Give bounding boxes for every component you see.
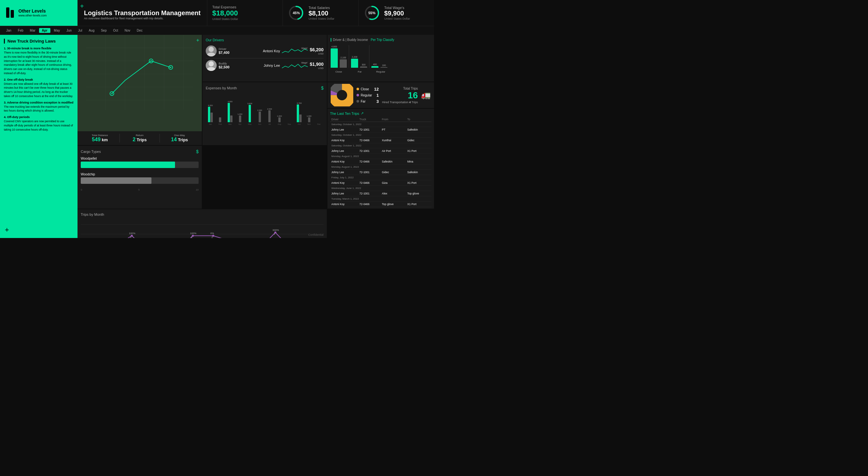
table-row: Antoni Koy 72-0466 Safeskin Mina xyxy=(330,159,431,165)
month-feb[interactable]: Feb xyxy=(15,28,26,33)
page-title: Logistics Transportation Management xyxy=(84,9,200,17)
driver-1-chart: Wage's xyxy=(282,46,308,56)
table-row: Tuesday, March 1, 2022 xyxy=(330,196,431,202)
kpi-wages: 55% Total Wage's $9,900 United States Do… xyxy=(359,0,434,26)
month-may[interactable]: May xyxy=(51,28,63,33)
map-plus-button[interactable]: + xyxy=(196,37,199,43)
page-subtitle: An overview dashboard for fleet manageme… xyxy=(84,17,200,20)
brand-url: www.other-levels.com xyxy=(19,14,47,18)
svg-text:Wage's: Wage's xyxy=(301,47,308,50)
table-row: Monday, August 1, 2022 xyxy=(330,154,431,159)
month-nov[interactable]: Nov xyxy=(122,28,133,33)
plus-icon[interactable]: + xyxy=(80,3,84,10)
svg-point-9 xyxy=(209,61,214,66)
svg-point-27 xyxy=(170,67,172,68)
brand-name: Other Levels xyxy=(19,8,47,14)
svg-text:2: 2 xyxy=(212,236,213,238)
svg-text:100%: 100% xyxy=(129,232,135,235)
sidebar-title: New Truck Driving Laws xyxy=(4,39,73,43)
driver-row-1: Driver $7,400 Antoni Koy Wage's $6,200 U… xyxy=(206,44,323,58)
expenses-panel: Expenses by Month $ 3,200 Jan xyxy=(203,82,327,145)
svg-point-83 xyxy=(337,90,347,100)
table-row: Wednesday, June 1, 2022 xyxy=(330,186,431,191)
map-panel: + xyxy=(78,35,202,145)
drivers-panel: Our Drivers Driver $7,400 Antoni Koy Wag… xyxy=(203,35,327,81)
month-dec[interactable]: Dec xyxy=(134,28,146,33)
driver-2-avatar xyxy=(206,60,217,71)
trips-title: Trips by Month xyxy=(81,212,323,216)
svg-text:300%: 300% xyxy=(273,229,279,232)
month-aug[interactable]: Aug xyxy=(86,28,97,33)
table-row: Saturday, October 1, 2022 xyxy=(330,143,431,148)
table-row: Tuesday, March 1, 2022 xyxy=(330,207,431,209)
driver-1-avatar xyxy=(206,45,217,57)
table-row: Johny Lee 72-1001 Alex Top glove xyxy=(330,191,431,196)
table-row: Antoni Koy 72-0466 Giza X1 Port xyxy=(330,180,431,186)
svg-point-25 xyxy=(151,60,152,62)
sidebar-section-4: 4. Off-duty periods Covered CMV operator… xyxy=(4,115,73,132)
logo-icon xyxy=(5,7,15,19)
month-jul[interactable]: Jul xyxy=(75,28,85,33)
svg-rect-0 xyxy=(6,7,9,18)
expenses-title: Expenses by Month xyxy=(206,86,237,90)
svg-point-6 xyxy=(209,47,214,52)
table-row: Antoni Koy 72-0466 Top glove X1 Port xyxy=(330,202,431,207)
circle-stats-panel: Close 12 Regular 1 Far 3 xyxy=(328,82,434,108)
table-row: Johny Lee 72-1001 PT Safeskin xyxy=(330,127,431,133)
driver-2-name: Johny Lee xyxy=(264,64,280,67)
income-panel: Driver & | Buddy Income Per Trip Classif… xyxy=(328,35,434,81)
month-oct[interactable]: Oct xyxy=(110,28,121,33)
driver-2-chart: Wage's xyxy=(282,61,308,70)
drivers-title: Our Drivers xyxy=(206,38,323,42)
income-subtitle: Per Trip Classify xyxy=(371,38,394,42)
income-title-bar: Driver & | Buddy Income xyxy=(331,38,368,42)
table-row: Monday, August 1, 2022 xyxy=(330,165,431,170)
last-trips-title: The Last Ten Trips xyxy=(330,111,359,115)
month-nav: Jan Feb Mar Apr May Jun Jul Aug Sep Oct … xyxy=(0,26,434,35)
truck-icon: 🚛 xyxy=(421,91,431,100)
table-row: Saturday, October 1, 2022 xyxy=(330,122,431,127)
last-trips-link-icon[interactable]: ↗ xyxy=(361,111,364,115)
table-row: Johny Lee 72-1001 Air Port X1 Port xyxy=(330,148,431,154)
svg-text:100%: 100% xyxy=(190,232,196,235)
driver-row-2: Buddy $2,500 Johny Lee Wage's $1,900 USD xyxy=(206,58,323,73)
month-jun[interactable]: Jun xyxy=(64,28,74,33)
last-trips-panel: The Last Ten Trips ↗ Driver Truck From T… xyxy=(328,109,434,209)
svg-text:4: 4 xyxy=(130,236,131,238)
logo-area: Other Levels www.other-levels.com xyxy=(0,0,78,26)
svg-point-10 xyxy=(207,67,215,71)
sidebar-plus-button[interactable]: + xyxy=(5,226,9,234)
table-row: Friday, July 1, 2022 xyxy=(330,175,431,180)
month-apr[interactable]: Apr xyxy=(39,28,51,33)
cargo-title: Cargo Types xyxy=(81,150,196,154)
svg-point-7 xyxy=(207,53,215,57)
sidebar-section-2: 2. One off-duty break Drivers are now al… xyxy=(4,78,73,98)
svg-point-23 xyxy=(112,93,113,94)
driver-1-name: Antoni Koy xyxy=(263,49,280,53)
table-row: Saturday, October 1, 2022 xyxy=(330,133,431,138)
svg-text:Wage's: Wage's xyxy=(301,62,308,64)
table-row: Antoni Koy 72-0466 Xunthai Gidec xyxy=(330,138,431,143)
sidebar: New Truck Driving Laws 1. 30-minute brea… xyxy=(0,35,78,238)
sidebar-section-1: 1. 30-minute break is more flexible Ther… xyxy=(4,47,73,75)
trips-panel: Trips by Month xyxy=(78,209,327,238)
cargo-panel: Cargo Types $ Woodpellet Woodchip xyxy=(78,146,202,209)
svg-rect-1 xyxy=(11,10,14,18)
kpi-salaries: 45% Total Salaries $8,100 United States … xyxy=(283,0,359,26)
kpi-expenses: Total Expenses $18,000 United States Dol… xyxy=(207,0,283,26)
confidential-label: Confidential xyxy=(308,233,323,236)
svg-text:0%: 0% xyxy=(210,232,214,235)
svg-text:2: 2 xyxy=(191,236,192,238)
table-row: Johny Lee 72-1001 Gidec Safeskin xyxy=(330,170,431,175)
month-jan[interactable]: Jan xyxy=(3,28,14,33)
month-mar[interactable]: Mar xyxy=(27,28,38,33)
month-sep[interactable]: Sep xyxy=(98,28,110,33)
svg-text:4: 4 xyxy=(274,233,275,235)
sidebar-section-3: 3. Adverse driving condition exception i… xyxy=(4,101,73,113)
